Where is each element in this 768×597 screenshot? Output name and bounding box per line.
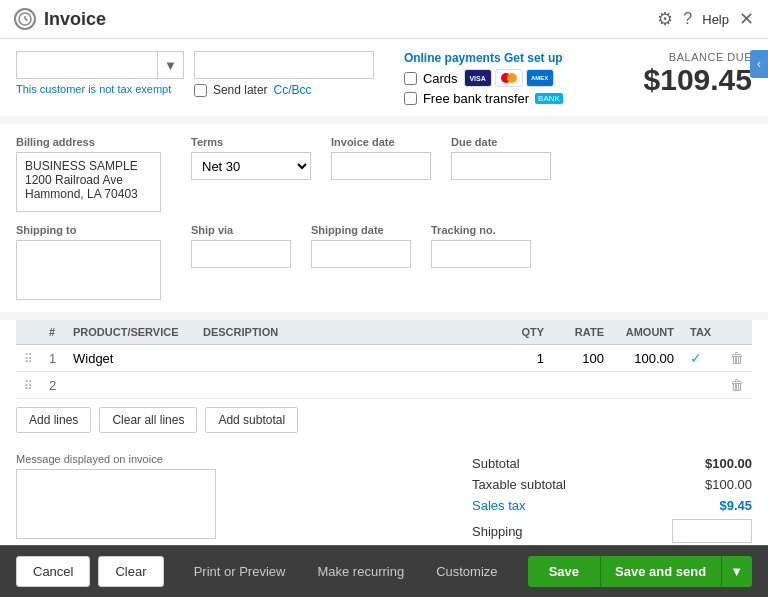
bank-label: Free bank transfer [423,91,529,106]
due-date-label: Due date [451,136,551,148]
clock-icon [14,8,36,30]
save-send-dropdown-button[interactable]: ▼ [721,556,752,587]
row-num-2: 2 [41,372,65,399]
col-product: PRODUCT/SERVICE [65,320,195,345]
description-2[interactable] [195,372,492,399]
balance-due-amount: $109.45 [644,63,752,97]
clear-button[interactable]: Clear [98,556,163,587]
tracking-input[interactable] [431,240,531,268]
online-payments-title: Online payments Get set up [404,51,563,65]
col-action [722,320,752,345]
amount-2 [612,372,682,399]
tracking-label: Tracking no. [431,224,531,236]
delete-row-1[interactable]: 🗑 [730,350,744,366]
amount-1: 100.00 [612,345,682,372]
customer-dropdown-arrow[interactable]: ▼ [157,52,183,78]
col-tax: TAX [682,320,722,345]
send-later-label: Send later [213,83,268,97]
qty-2[interactable] [492,372,552,399]
shipping-label: Shipping [472,524,523,539]
terms-select[interactable]: Net 30 Net 15 Net 60 Due on receipt [191,152,311,180]
shipping-to-box[interactable] [16,240,161,300]
balance-due-label: BALANCE DUE [644,51,752,63]
drag-handle[interactable]: ⠿ [24,379,33,393]
col-drag [16,320,41,345]
customer-select[interactable]: BUSINESS SAMPLE ▼ [16,51,184,79]
tax-check-2[interactable] [682,372,722,399]
delete-row-2[interactable]: 🗑 [730,377,744,393]
card-icons: VISA AMEX [464,69,554,87]
print-preview-button[interactable]: Print or Preview [182,557,298,586]
shipping-date-label: Shipping date [311,224,411,236]
add-lines-button[interactable]: Add lines [16,407,91,433]
bank-transfer-checkbox[interactable] [404,92,417,105]
billing-address-box[interactable]: BUSINESS SAMPLE 1200 Railroad Ave Hammon… [16,152,161,212]
invoice-table: # PRODUCT/SERVICE DESCRIPTION QTY RATE A… [16,320,752,399]
collapse-panel-button[interactable]: ‹ [750,50,768,78]
qty-1[interactable]: 1 [492,345,552,372]
taxable-subtotal-label: Taxable subtotal [472,477,566,492]
ship-via-label: Ship via [191,224,291,236]
subtotal-label: Subtotal [472,456,520,471]
terms-label: Terms [191,136,311,148]
table-actions: Add lines Clear all lines Add subtotal [16,407,752,433]
table-row: ⠿ 1 Widget 1 100 100.00 ✓ 🗑 [16,345,752,372]
col-num: # [41,320,65,345]
save-button[interactable]: Save [528,556,600,587]
rate-1[interactable]: 100 [552,345,612,372]
subtotal-value: $100.00 [682,456,752,471]
email-field[interactable]: cor@sample.com [194,51,374,79]
totals: Subtotal $100.00 Taxable subtotal $100.0… [472,453,752,545]
table-row: ⠿ 2 🗑 [16,372,752,399]
mastercard-icon [495,69,523,87]
shipping-date-input[interactable] [311,240,411,268]
help-icon[interactable]: ? [683,10,692,28]
save-and-send-button[interactable]: Save and send [600,556,721,587]
svg-line-2 [25,19,28,21]
terms-dropdown[interactable]: Net 30 Net 15 Net 60 Due on receipt [192,158,310,175]
billing-address-label: Billing address [16,136,161,148]
product-2[interactable] [65,372,195,399]
col-amount: AMOUNT [612,320,682,345]
add-subtotal-button[interactable]: Add subtotal [205,407,298,433]
cards-checkbox[interactable] [404,72,417,85]
cc-bcc-button[interactable]: Cc/Bcc [274,83,312,97]
tax-check-1[interactable]: ✓ [682,345,722,372]
ship-via-input[interactable] [191,240,291,268]
cancel-button[interactable]: Cancel [16,556,90,587]
invoice-date-input[interactable]: 01/01/2019 [331,152,431,180]
settings-icon[interactable]: ⚙ [657,8,673,30]
invoice-date-label: Invoice date [331,136,431,148]
shipping-to-label: Shipping to [16,224,161,236]
close-icon[interactable]: ✕ [739,8,754,30]
sales-tax-label[interactable]: Sales tax [472,498,525,513]
tax-exempt-label[interactable]: This customer is not tax exempt [16,83,184,95]
row-num-1: 1 [41,345,65,372]
sales-tax-value: $9.45 [682,498,752,513]
due-date-input[interactable]: 01/31/2019 [451,152,551,180]
help-label: Help [702,12,729,27]
col-description: DESCRIPTION [195,320,492,345]
page-title: Invoice [44,9,106,30]
col-rate: RATE [552,320,612,345]
taxable-subtotal-value: $100.00 [682,477,752,492]
rate-2[interactable] [552,372,612,399]
col-qty: QTY [492,320,552,345]
customer-input[interactable]: BUSINESS SAMPLE [17,58,157,73]
cards-label: Cards [423,71,458,86]
setup-link[interactable]: Get set up [504,51,563,65]
clear-all-lines-button[interactable]: Clear all lines [99,407,197,433]
customize-button[interactable]: Customize [424,557,509,586]
visa-icon: VISA [464,69,492,87]
shipping-input[interactable] [672,519,752,543]
send-later-checkbox[interactable] [194,84,207,97]
message-textarea[interactable] [16,469,216,539]
message-label: Message displayed on invoice [16,453,452,465]
amex-icon: AMEX [526,69,554,87]
make-recurring-button[interactable]: Make recurring [305,557,416,586]
product-1[interactable]: Widget [65,345,195,372]
bank-badge: BANK [535,93,563,104]
description-1[interactable] [195,345,492,372]
drag-handle[interactable]: ⠿ [24,352,33,366]
